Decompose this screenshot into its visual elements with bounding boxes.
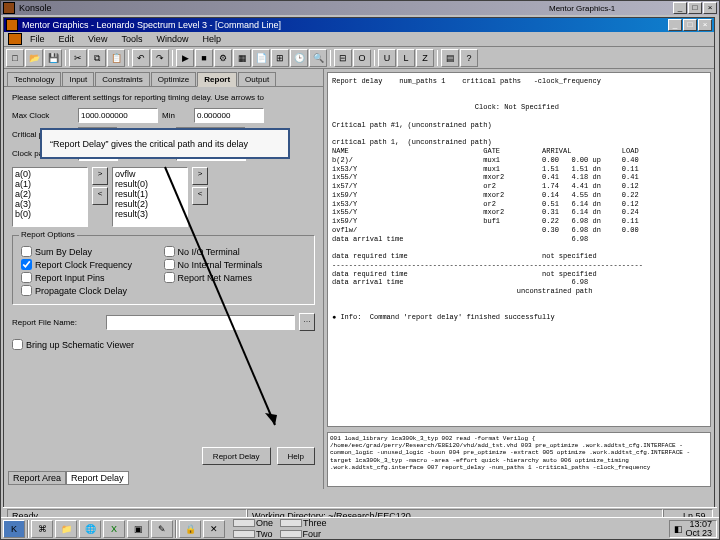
help-button[interactable]: Help [277,447,315,465]
list-item[interactable]: a(3) [14,199,86,209]
tb-tile[interactable]: ▤ [441,49,459,67]
list-item[interactable]: b(0) [14,209,86,219]
task-edit-icon[interactable]: ✎ [151,520,173,538]
annotation-callout: “Report Delay” gives the critical path a… [40,128,290,159]
chip-icon[interactable]: ▦ [233,49,251,67]
report-icon[interactable]: 📄 [252,49,270,67]
open-icon[interactable]: 📂 [25,49,43,67]
doc-icon [6,19,18,31]
task-terminal-icon[interactable]: ⌘ [31,520,53,538]
tab-optimize[interactable]: Optimize [151,72,197,86]
task-files-icon[interactable]: 📁 [55,520,77,538]
search-icon[interactable]: 🔍 [309,49,327,67]
svg-marker-1 [265,413,277,425]
tab-report[interactable]: Report [197,72,237,87]
minimize-button[interactable]: _ [668,19,682,31]
list-item[interactable]: a(2) [14,189,86,199]
check-input-pins[interactable]: Report Input Pins [21,272,164,283]
task-console-icon[interactable]: ▣ [127,520,149,538]
menu-edit[interactable]: Edit [53,33,81,45]
max-clock-label: Max Clock [12,111,74,120]
right-panel: Report delay num_paths 1 critical paths … [324,69,714,489]
gear-icon[interactable]: ⚙ [214,49,232,67]
minimize-button[interactable]: _ [673,2,687,14]
tray-app-icon[interactable]: ◧ [674,524,683,534]
report-delay-button[interactable]: Report Delay [202,447,271,465]
task-browser-icon[interactable]: 🌐 [79,520,101,538]
clock-icon[interactable]: 🕒 [290,49,308,67]
from-listbox[interactable]: a(0) a(1) a(2) a(3) b(0) [12,167,88,227]
max-clock-input[interactable] [78,108,158,123]
command-log[interactable]: 001 load_library lca300k_3_typ 002 read … [327,432,711,487]
task-excel-icon[interactable]: X [103,520,125,538]
check-clock-freq[interactable]: Report Clock Frequency [21,259,164,270]
save-icon[interactable]: 💾 [44,49,62,67]
undo-icon[interactable]: ↶ [132,49,150,67]
menu-view[interactable]: View [82,33,113,45]
min-label: Min [162,111,190,120]
cut-icon[interactable]: ✂ [69,49,87,67]
tray-clock: 13:07 Oct 23 [685,520,712,538]
tab-constraints[interactable]: Constraints [95,72,149,86]
svg-line-0 [165,167,275,425]
run-icon[interactable]: ▶ [176,49,194,67]
menu-help[interactable]: Help [196,33,227,45]
annotation-arrow [145,165,325,445]
tb-tool2[interactable]: O [353,49,371,67]
tb-tool1[interactable]: ⊟ [334,49,352,67]
new-icon[interactable]: □ [6,49,24,67]
list-item[interactable]: a(1) [14,179,86,189]
tab-input[interactable]: Input [62,72,94,86]
tab-output[interactable]: Output [238,72,276,86]
app-icon [3,2,15,14]
menubar: File Edit View Tools Window Help [4,32,714,47]
check-sum-by-delay[interactable]: Sum By Delay [21,246,164,257]
top-tabs: Technology Input Constraints Optimize Re… [4,69,323,87]
task-x-icon[interactable]: ✕ [203,520,225,538]
taskbar: K ⌘ 📁 🌐 X ▣ ✎ 🔒 ✕ One Three Two Four ◧ 1… [1,517,719,539]
paste-icon[interactable]: 📋 [107,49,125,67]
move-left-icon[interactable]: < [92,187,108,205]
sub-tabs: Report Area Report Delay [8,471,129,485]
toolbar: □ 📂 💾 ✂ ⧉ 📋 ↶ ↷ ▶ ■ ⚙ ▦ 📄 ⊞ 🕒 🔍 ⊟ O U L [4,47,714,69]
tree-icon[interactable]: ⊞ [271,49,289,67]
report-file-label: Report File Name: [12,318,102,327]
help-icon[interactable]: ? [460,49,478,67]
close-button[interactable]: × [703,2,717,14]
menu-window[interactable]: Window [150,33,194,45]
outer-window-title: Konsole [19,3,545,13]
subtab-report-delay[interactable]: Report Delay [66,471,129,485]
tb-l[interactable]: L [397,49,415,67]
list-item[interactable]: a(0) [14,169,86,179]
stop-icon[interactable]: ■ [195,49,213,67]
inner-window-title: Mentor Graphics - Leonardo Spectrum Leve… [22,20,664,30]
move-right-icon[interactable]: > [92,167,108,185]
maximize-button[interactable]: □ [683,19,697,31]
outer-titlebar: Konsole Mentor Graphics-1 _ □ × [1,1,719,15]
close-button[interactable]: × [698,19,712,31]
desktop-pager[interactable]: One Three Two Four [233,518,327,539]
subtab-report-area[interactable]: Report Area [8,471,66,485]
report-output[interactable]: Report delay num_paths 1 critical paths … [327,72,711,427]
menu-file[interactable]: File [24,33,51,45]
task-lock-icon[interactable]: 🔒 [179,520,201,538]
system-tray: ◧ 13:07 Oct 23 [669,520,717,538]
tb-u[interactable]: U [378,49,396,67]
start-icon[interactable]: K [3,520,25,538]
min-input[interactable] [194,108,264,123]
group-title: Report Options [19,230,77,239]
hint-text: Please select different settings for rep… [12,93,315,102]
menu-icon[interactable] [8,33,22,45]
menu-tools[interactable]: Tools [115,33,148,45]
check-propagate[interactable]: Propagate Clock Delay [21,285,164,296]
tb-z[interactable]: Z [416,49,434,67]
maximize-button[interactable]: □ [688,2,702,14]
redo-icon[interactable]: ↷ [151,49,169,67]
copy-icon[interactable]: ⧉ [88,49,106,67]
inner-titlebar: Mentor Graphics - Leonardo Spectrum Leve… [4,18,714,32]
tab-technology[interactable]: Technology [7,72,61,86]
